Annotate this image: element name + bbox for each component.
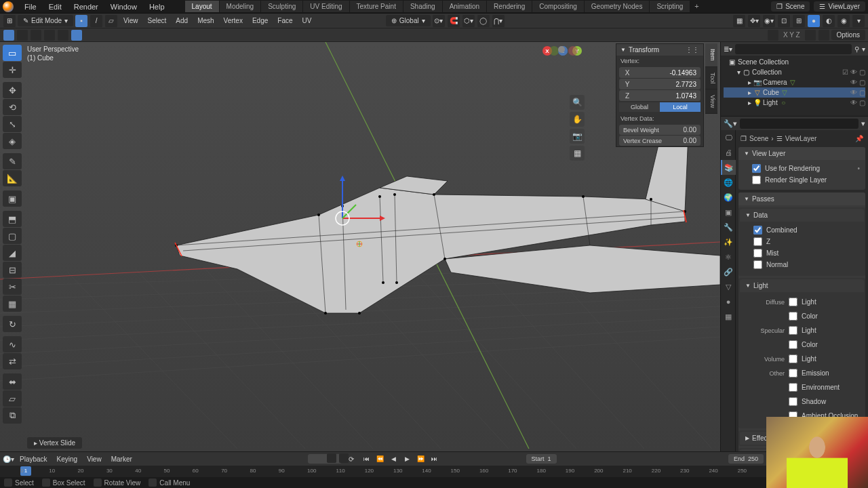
mesh-edit-mode-icon[interactable]: ▦ [733, 15, 745, 27]
ptab-material[interactable]: ● [721, 294, 736, 309]
nav-zoom-icon[interactable]: 🔍 [570, 95, 585, 110]
filter-icon[interactable]: ⚲ [854, 45, 859, 53]
last-operator[interactable]: ▸ Vertex Slide [27, 437, 82, 449]
vert-select-mode[interactable]: ▪ [75, 15, 87, 27]
outliner-camera[interactable]: ▸📷Camera▽👁▢ [724, 77, 865, 87]
nav-pan-icon[interactable]: ✋ [570, 112, 585, 127]
ptab-viewlayer[interactable]: 📚 [721, 160, 736, 175]
environment-checkbox[interactable] [789, 383, 797, 392]
ptab-object[interactable]: ▣ [721, 205, 736, 220]
properties-editor-icon[interactable]: 🔧▾ [724, 119, 737, 128]
normal-checkbox[interactable] [753, 260, 762, 269]
end-frame[interactable]: End 250 [728, 454, 764, 464]
transform-z[interactable]: Z1.0743 [619, 90, 701, 101]
edge-select-mode[interactable]: / [90, 15, 102, 27]
diffuse-color-checkbox[interactable] [789, 312, 797, 321]
render-single-checkbox[interactable] [752, 176, 761, 184]
menu-vertex[interactable]: Vertex [220, 16, 247, 26]
outliner-scene-collection[interactable]: ▣Scene Collection [724, 57, 865, 67]
menu-render[interactable]: Render [68, 1, 104, 12]
tab-uv-editing[interactable]: UV Editing [303, 1, 349, 12]
play-button[interactable]: ▶ [401, 453, 413, 464]
properties-search[interactable] [740, 119, 859, 129]
gizmo-toggle[interactable]: ✥▾ [748, 15, 760, 27]
transform-x[interactable]: X-0.14963 [619, 67, 701, 78]
toggle-local[interactable]: Local [660, 102, 701, 112]
snap-target[interactable]: ⬡▾ [462, 15, 475, 27]
specular-light-checkbox[interactable] [789, 326, 797, 335]
pivot-selector[interactable]: ⊙▾ [433, 15, 445, 27]
menu-window[interactable]: Window [105, 1, 142, 12]
autokey-toggle[interactable] [327, 453, 336, 463]
emission-checkbox[interactable] [789, 369, 797, 378]
tab-compositing[interactable]: Compositing [532, 1, 585, 12]
menu-mesh[interactable]: Mesh [193, 16, 218, 26]
ptab-constraints[interactable]: 🔗 [721, 264, 736, 279]
snap-toggle[interactable]: 🧲 [448, 15, 460, 27]
tool-measure[interactable]: 📐 [3, 170, 22, 186]
face-select-mode[interactable]: ▱ [105, 15, 117, 27]
specular-color-checkbox[interactable] [789, 340, 797, 349]
tool-cursor[interactable]: ✛ [3, 62, 22, 78]
autokey-dropdown[interactable] [339, 453, 349, 463]
tab-rendering[interactable]: Rendering [487, 1, 532, 12]
nav-gizmo[interactable]: Z Y X [541, 46, 585, 89]
options-dropdown[interactable]: Options [831, 30, 865, 40]
tool-smooth[interactable]: ∿ [3, 336, 22, 352]
bevel-weight[interactable]: Bevel Weight0.00 [619, 125, 701, 135]
section-viewlayer[interactable]: ▼View Layer [738, 147, 865, 160]
btn-right-2[interactable] [818, 30, 829, 41]
shading-solid[interactable]: ● [808, 15, 820, 27]
ntab-tool[interactable]: Tool [705, 67, 717, 90]
vertex-crease[interactable]: Vertex Crease0.00 [619, 136, 701, 146]
ntab-item[interactable]: Item [705, 43, 717, 67]
outliner-cube[interactable]: ▸▽Cube▽👁▢ [724, 87, 865, 98]
proportional-falloff[interactable]: ⋂▾ [492, 15, 505, 27]
timeline-keying[interactable]: Keying [53, 454, 82, 464]
tool-shear[interactable]: ▱ [3, 390, 22, 407]
tool-move[interactable]: ✥ [3, 82, 22, 98]
timeline-view[interactable]: View [83, 454, 106, 464]
mode-btn-3[interactable] [31, 30, 41, 41]
overlays-toggle[interactable]: ◉▾ [763, 15, 775, 27]
tab-texture-paint[interactable]: Texture Paint [350, 1, 403, 12]
mode-btn-6[interactable] [71, 30, 82, 41]
combined-checkbox[interactable] [753, 226, 762, 235]
nav-camera-icon[interactable]: 📷 [570, 129, 585, 144]
shading-matpreview[interactable]: ◐ [823, 15, 835, 27]
section-passes[interactable]: ▼Passes [738, 192, 865, 205]
tool-bevel[interactable]: ◢ [3, 245, 22, 261]
tool-loopcut[interactable]: ⊟ [3, 262, 22, 278]
properties-opts-icon[interactable]: ▾ [861, 119, 865, 128]
tool-edge-slide[interactable]: ⇄ [3, 353, 22, 369]
diffuse-light-checkbox[interactable] [789, 298, 797, 306]
tool-rotate[interactable]: ⟲ [3, 99, 22, 115]
timeline-ruler[interactable]: 1 01020304050607080901001101201301401501… [0, 466, 766, 478]
tool-scale[interactable]: ⤡ [3, 116, 22, 132]
xray-toggle[interactable]: ⊡ [778, 15, 790, 27]
timeline-editor-icon[interactable]: 🕒▾ [3, 455, 14, 463]
section-light[interactable]: ▼Light [740, 279, 864, 292]
mode-btn-1[interactable] [3, 30, 14, 41]
pin-icon[interactable]: 📌 [855, 135, 863, 142]
ptab-output[interactable]: 🖨 [721, 145, 736, 160]
outliner-editor-icon[interactable]: ≣▾ [724, 45, 732, 53]
ptab-physics[interactable]: ⚛ [721, 249, 736, 264]
tool-knife[interactable]: ✂ [3, 279, 22, 295]
tab-shading[interactable]: Shading [403, 1, 443, 12]
orientation-selector[interactable]: ⊕ Global ▾ [386, 15, 431, 26]
proportional-edit[interactable]: ◯ [477, 15, 490, 27]
tool-annotate[interactable]: ✎ [3, 153, 22, 169]
transform-y[interactable]: Y2.7723 [619, 79, 701, 89]
new-collection-icon[interactable]: ▾ [862, 45, 865, 53]
volume-light-checkbox[interactable] [789, 354, 797, 363]
tool-extrude[interactable]: ⬒ [3, 211, 22, 227]
menu-file[interactable]: File [19, 1, 42, 12]
tool-inset[interactable]: ▢ [3, 228, 22, 244]
toggle-global[interactable]: Global [619, 102, 660, 112]
tool-shrink[interactable]: ⬌ [3, 373, 22, 390]
jump-end-button[interactable]: ⏭ [428, 453, 440, 464]
start-frame[interactable]: Start 1 [526, 454, 557, 464]
mode-btn-2[interactable] [17, 30, 28, 41]
timeline-playback[interactable]: Playback [16, 454, 52, 464]
